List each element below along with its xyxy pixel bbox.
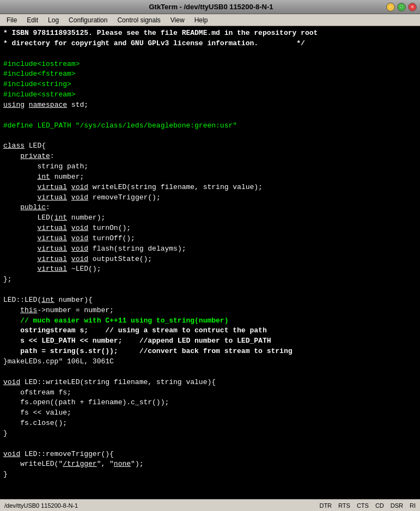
code-line: } bbox=[3, 470, 417, 480]
code-line: writeLED("/trigger", "none"); bbox=[3, 459, 417, 470]
code-line: virtual void outputState(); bbox=[3, 254, 417, 265]
code-line: virtual void removeTrigger(); bbox=[3, 193, 417, 203]
close-button[interactable]: ✕ bbox=[408, 3, 417, 11]
status-dsr: DSR bbox=[391, 502, 403, 509]
code-line: LED(int number); bbox=[3, 213, 417, 223]
code-line: fs << value; bbox=[3, 408, 417, 418]
menu-control-signals[interactable]: Control signals bbox=[113, 15, 165, 25]
code-line bbox=[3, 285, 417, 295]
code-line: string path; bbox=[3, 162, 417, 172]
code-line: * ISBN 9781118935125. Please see the fil… bbox=[3, 28, 417, 39]
code-line: path = string(s.str()); //convert back f… bbox=[3, 346, 417, 357]
code-line: // much easier with C++11 using to_strin… bbox=[3, 316, 417, 326]
minimize-button[interactable]: – bbox=[386, 3, 395, 11]
title-bar: GtkTerm - /dev/ttyUSB0 115200-8-N-1 – □ … bbox=[0, 0, 420, 14]
code-line: int number; bbox=[3, 172, 417, 182]
status-cts: CTS bbox=[357, 502, 369, 509]
status-indicators: DTR RTS CTS CD DSR RI bbox=[319, 502, 416, 509]
code-line: #include<sstream> bbox=[3, 90, 417, 100]
window-title: GtkTerm - /dev/ttyUSB0 115200-8-N-1 bbox=[36, 3, 386, 11]
status-device: /dev/ttyUSB0 115200-8-N-1 bbox=[4, 502, 78, 509]
code-line: class LED{ bbox=[3, 141, 417, 151]
code-line bbox=[3, 131, 417, 141]
menu-edit[interactable]: Edit bbox=[22, 15, 42, 25]
code-line bbox=[3, 439, 417, 449]
code-line bbox=[3, 49, 417, 59]
status-bar: /dev/ttyUSB0 115200-8-N-1 DTR RTS CTS CD… bbox=[0, 499, 420, 511]
code-line: this->number = number; bbox=[3, 306, 417, 316]
code-line: virtual void writeLED(string filename, s… bbox=[3, 182, 417, 193]
code-line: fs.open((path + filename).c_str()); bbox=[3, 398, 417, 408]
maximize-button[interactable]: □ bbox=[397, 3, 406, 11]
code-line: * directory for copyright and GNU GPLv3 … bbox=[3, 39, 417, 49]
code-line: void LED::removeTrigger(){ bbox=[3, 449, 417, 460]
code-line: private: bbox=[3, 151, 417, 162]
code-line: s << LED_PATH << number; //append LED nu… bbox=[3, 336, 417, 346]
code-line: virtual ~LED(); bbox=[3, 264, 417, 275]
code-line: #include<iostream> bbox=[3, 59, 417, 70]
code-line: }; bbox=[3, 275, 417, 285]
menu-bar: File Edit Log Configuration Control sign… bbox=[0, 14, 420, 26]
code-line: void LED::writeLED(string filename, stri… bbox=[3, 378, 417, 388]
code-line: ofstream fs; bbox=[3, 388, 417, 398]
code-line: #include<string> bbox=[3, 80, 417, 90]
code-line: virtual void turnOn(); bbox=[3, 223, 417, 234]
status-ri: RI bbox=[410, 502, 416, 509]
menu-log[interactable]: Log bbox=[44, 15, 63, 25]
code-line: }makeLEDs.cpp" 106L, 3061C bbox=[3, 357, 417, 367]
status-cd: CD bbox=[375, 502, 384, 509]
code-line: } bbox=[3, 429, 417, 439]
code-line: ostringstream s; // using a stream to co… bbox=[3, 326, 417, 336]
code-line: fs.close(); bbox=[3, 418, 417, 429]
code-line: LED::LED(int number){ bbox=[3, 295, 417, 306]
status-dtr: DTR bbox=[319, 502, 332, 509]
code-area[interactable]: * ISBN 9781118935125. Please see the fil… bbox=[0, 26, 420, 499]
menu-help[interactable]: Help bbox=[190, 15, 212, 25]
status-rts: RTS bbox=[338, 502, 350, 509]
code-line bbox=[3, 111, 417, 121]
menu-view[interactable]: View bbox=[166, 15, 189, 25]
code-line: #include<fstream> bbox=[3, 69, 417, 80]
code-line: public: bbox=[3, 203, 417, 213]
menu-file[interactable]: File bbox=[2, 15, 21, 25]
menu-configuration[interactable]: Configuration bbox=[64, 15, 112, 25]
code-line: using namespace std; bbox=[3, 100, 417, 111]
code-line: virtual void turnOff(); bbox=[3, 234, 417, 244]
window-controls[interactable]: – □ ✕ bbox=[386, 3, 417, 11]
code-line: virtual void flash(string delayms); bbox=[3, 244, 417, 254]
code-line bbox=[3, 367, 417, 378]
code-line: #define LED_PATH "/sys/class/leds/beagle… bbox=[3, 121, 417, 131]
